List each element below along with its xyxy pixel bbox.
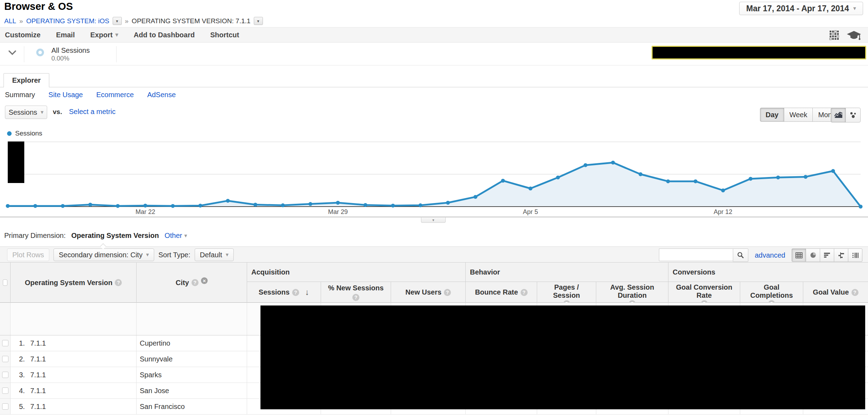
row-checkbox[interactable] <box>2 387 8 394</box>
col-header-goal-value[interactable]: Goal Value ? <box>803 282 868 303</box>
motion-chart-view-button[interactable] <box>845 108 861 122</box>
report-subnav: Summary Site Usage Ecommerce AdSense <box>5 91 176 99</box>
help-icon[interactable]: ? <box>352 294 359 301</box>
subnav-site-usage[interactable]: Site Usage <box>49 91 83 99</box>
os-version-cell: 5.7.1.1 <box>10 399 136 414</box>
date-range-selector[interactable]: Mar 17, 2014 - Apr 17, 2014 ▾ <box>739 2 863 15</box>
segment-name[interactable]: All Sessions <box>51 46 90 55</box>
sort-descending-icon: ↓ <box>305 288 309 297</box>
os-version-cell: 1.7.1.1 <box>10 335 136 351</box>
metric-select-button[interactable]: Sessions ▾ <box>5 106 47 119</box>
row-checkbox[interactable] <box>2 340 8 346</box>
divider <box>116 46 117 62</box>
col-header-goal-completions[interactable]: Goal Completions ? <box>740 282 803 303</box>
search-icon <box>737 252 744 259</box>
col-header-pages-session[interactable]: Pages / Session ? <box>537 282 596 303</box>
granularity-day-button[interactable]: Day <box>760 108 784 122</box>
email-button[interactable]: Email <box>56 31 75 39</box>
export-button[interactable]: Export▾ <box>90 31 118 39</box>
col-header-avg-session-duration[interactable]: Avg. Session Duration ? <box>596 282 668 303</box>
chevron-down-icon: ▾ <box>115 32 118 38</box>
redacted-segment-region <box>652 46 866 59</box>
pie-chart-icon <box>810 252 816 258</box>
select-all-checkbox[interactable] <box>3 279 7 286</box>
advanced-search-link[interactable]: advanced <box>755 251 785 259</box>
timeline-chart[interactable]: Mar 22Mar 29Apr 5Apr 12 <box>0 138 868 223</box>
help-icon[interactable]: ? <box>444 289 451 296</box>
row-checkbox[interactable] <box>2 403 8 410</box>
help-icon[interactable]: ? <box>851 289 858 296</box>
segment-collapse-chevron-icon[interactable] <box>8 50 16 55</box>
plot-rows-button[interactable]: Plot Rows <box>7 248 49 261</box>
breadcrumb-all-link[interactable]: ALL <box>4 17 16 25</box>
chevron-down-icon: ▾ <box>226 252 228 258</box>
customize-button[interactable]: Customize <box>5 31 40 39</box>
primary-dimension-selected[interactable]: Operating System Version <box>71 232 159 240</box>
summary-cell <box>0 303 10 335</box>
table-view-button[interactable] <box>792 248 806 262</box>
redacted-table-region <box>260 305 865 409</box>
col-header-new-users[interactable]: New Users ? <box>391 282 465 303</box>
row-checkbox[interactable] <box>2 372 8 378</box>
line-chart-icon <box>834 112 843 119</box>
chevron-down-icon: ▾ <box>432 218 434 222</box>
legend-dot-icon <box>7 131 12 136</box>
remove-secondary-dimension-icon[interactable]: × <box>201 277 208 284</box>
table-controls-bar: Plot Rows Secondary dimension: City ▾ So… <box>0 246 868 263</box>
row-rank: 2. <box>19 355 30 363</box>
x-axis-tick: Apr 12 <box>702 208 744 216</box>
vs-label: vs. <box>53 108 62 116</box>
search-button[interactable] <box>733 248 748 262</box>
tab-explorer[interactable]: Explorer <box>4 73 49 87</box>
chart-slider-handle[interactable]: ▾ <box>421 218 446 223</box>
col-header-new-sessions[interactable]: % New Sessions ? <box>321 282 391 303</box>
chart-legend: Sessions <box>7 130 42 137</box>
col-header-sessions[interactable]: Sessions ? ↓ <box>247 282 321 303</box>
segment-percent: 0.00% <box>51 55 69 62</box>
granularity-week-button[interactable]: Week <box>784 108 813 122</box>
line-chart-view-button[interactable] <box>831 108 846 122</box>
os-version-cell: 4.7.1.1 <box>10 383 136 398</box>
help-icon[interactable]: ? <box>521 289 528 296</box>
apps-grid-icon[interactable] <box>829 30 840 41</box>
shortcut-button[interactable]: Shortcut <box>210 31 239 39</box>
segment-donut-icon <box>36 49 44 56</box>
percentage-view-button[interactable] <box>806 248 820 262</box>
help-icon[interactable]: ? <box>191 279 199 286</box>
add-to-dashboard-button[interactable]: Add to Dashboard <box>134 31 195 39</box>
pivot-view-button[interactable] <box>848 248 862 262</box>
breadcrumb-os-version-dropdown[interactable]: ▾ <box>254 17 263 25</box>
help-icon[interactable]: ? <box>292 289 299 296</box>
primary-dimension-other-link[interactable]: Other ▾ <box>164 232 187 240</box>
sort-type-button[interactable]: Default ▾ <box>195 248 234 261</box>
os-version-value: 7.1.1 <box>30 339 46 347</box>
performance-view-button[interactable] <box>820 248 834 262</box>
subnav-ecommerce[interactable]: Ecommerce <box>96 91 134 99</box>
subnav-adsense[interactable]: AdSense <box>147 91 176 99</box>
col-group-behavior: Behavior <box>465 263 668 282</box>
redacted-y-axis-region <box>8 141 24 183</box>
col-header-goal-conversion-rate[interactable]: Goal Conversion Rate ? <box>668 282 740 303</box>
city-cell: Sparks <box>136 367 247 383</box>
row-rank: 4. <box>19 387 30 395</box>
comparison-view-button[interactable] <box>834 248 848 262</box>
primary-dimension-label: Primary Dimension: <box>4 232 65 240</box>
col-header-city[interactable]: City ? × <box>136 263 247 303</box>
subnav-summary[interactable]: Summary <box>5 91 35 99</box>
breadcrumb-os-dropdown[interactable]: ▾ <box>113 17 122 25</box>
col-header-os-version[interactable]: Operating System Version ? <box>10 263 136 303</box>
breadcrumb-os-link[interactable]: OPERATING SYSTEM: iOS <box>26 17 109 25</box>
action-toolbar: Customize Email Export▾ Add to Dashboard… <box>0 27 868 43</box>
help-icon[interactable]: ? <box>115 279 122 286</box>
secondary-dimension-button[interactable]: Secondary dimension: City ▾ <box>54 248 154 261</box>
summary-cell <box>136 303 247 335</box>
col-header-bounce-rate[interactable]: Bounce Rate ? <box>465 282 537 303</box>
primary-dimension-bar: Primary Dimension: Operating System Vers… <box>4 232 187 240</box>
search-input[interactable] <box>659 248 733 261</box>
divider <box>24 46 24 62</box>
select-a-metric-link[interactable]: Select a metric <box>69 108 115 116</box>
table-view-icon <box>795 252 803 258</box>
row-rank: 1. <box>19 339 30 347</box>
academy-cap-icon[interactable] <box>846 30 862 41</box>
row-checkbox[interactable] <box>2 356 8 362</box>
